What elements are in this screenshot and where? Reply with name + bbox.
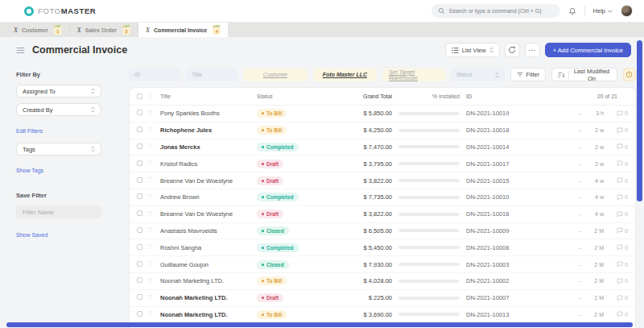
heart-icon[interactable]: ♡: [147, 194, 160, 201]
table-row[interactable]: ♡ Noonah Marketing LTD. To Bill $ 3,690.…: [130, 307, 635, 324]
table-row[interactable]: ♡ Guillaume Goujon Closed $ 7,930.00 DN-…: [130, 256, 635, 273]
heart-icon[interactable]: ♡: [147, 211, 160, 218]
title-filter-input[interactable]: Title: [186, 69, 237, 81]
created-by-select[interactable]: Created By: [16, 103, 101, 116]
history-button[interactable]: [623, 68, 636, 81]
column-status[interactable]: Status: [257, 93, 326, 99]
user-avatar[interactable]: [621, 5, 633, 17]
row-checkbox[interactable]: [137, 277, 142, 283]
show-tags-link[interactable]: Show Tags: [16, 168, 43, 173]
heart-icon[interactable]: ♡: [147, 160, 160, 167]
horizontal-scrollbar[interactable]: [6, 322, 633, 327]
row-id[interactable]: DN-2021-10019: [466, 110, 543, 117]
row-checkbox[interactable]: [137, 210, 142, 216]
help-menu[interactable]: Help: [593, 7, 613, 15]
id-filter-input[interactable]: ID: [129, 69, 180, 81]
vertical-scrollbar[interactable]: [637, 40, 642, 201]
tags-select[interactable]: Tags: [16, 143, 101, 156]
select-all-checkbox[interactable]: [137, 93, 142, 99]
row-title[interactable]: Andrew Brown: [160, 193, 257, 201]
tab-close-icon[interactable]: X: [146, 27, 150, 34]
heart-icon[interactable]: ♡: [147, 177, 160, 184]
row-title[interactable]: Breanne Van De Woestyne: [160, 177, 257, 185]
sort-selector[interactable]: Last Modified On: [551, 68, 617, 81]
row-id[interactable]: DN-2021-10010: [466, 193, 543, 201]
row-title[interactable]: Kristof Radics: [160, 160, 257, 168]
heart-icon[interactable]: ♡: [147, 110, 160, 117]
row-id[interactable]: DN-2021-10002: [466, 277, 543, 284]
more-options-button[interactable]: ⋯: [525, 43, 540, 57]
sidebar-toggle-icon[interactable]: [16, 47, 25, 54]
table-row[interactable]: ♡ Noonah Marketing LTD. Draft $ 225.00 D…: [130, 290, 635, 307]
table-row[interactable]: ♡ Pony Sparkles Booths To Bill $ 5,850.0…: [130, 106, 635, 122]
row-title[interactable]: Noonah Marketing LTD.: [160, 277, 257, 284]
edit-filters-link[interactable]: Edit Filters: [16, 128, 43, 134]
app-logo[interactable]: FOTOMASTER: [24, 6, 96, 16]
table-row[interactable]: ♡ Andrew Brown Completed $ 7,735.00 DN-2…: [130, 189, 635, 206]
row-title[interactable]: Anastasis Mavroeidis: [160, 227, 257, 235]
row-id[interactable]: DN-2021-10015: [466, 177, 543, 185]
row-title[interactable]: Jonas Merckx: [160, 143, 257, 151]
heart-icon[interactable]: ♡: [147, 143, 160, 150]
row-checkbox[interactable]: [137, 160, 142, 166]
filter-button[interactable]: Filter: [510, 68, 547, 81]
row-checkbox[interactable]: [137, 244, 142, 250]
heart-icon[interactable]: ♡: [147, 244, 160, 251]
heart-icon[interactable]: ♡: [147, 295, 160, 301]
global-search-input[interactable]: Search or type a command (Ctrl + G): [431, 4, 560, 18]
column-grand-total[interactable]: Grand Total: [326, 93, 392, 99]
row-id[interactable]: DN-2021-10014: [466, 143, 543, 151]
table-row[interactable]: ♡ Jonas Merckx Completed $ 7,470.00 DN-2…: [130, 139, 635, 156]
filter-name-input[interactable]: Filter Name: [16, 206, 101, 218]
tab-close-icon[interactable]: X: [77, 27, 81, 34]
tab-customer[interactable]: X Customer LIST1: [6, 23, 70, 37]
table-row[interactable]: ♡ Breanne Van De Woestyne Draft $ 3,822.…: [130, 172, 635, 189]
table-row[interactable]: ♡ Noonah Marketing LTD. To Bill $ 4,028.…: [130, 273, 635, 290]
row-title[interactable]: Guillaume Goujon: [160, 261, 257, 268]
heart-icon[interactable]: ♡: [147, 311, 160, 318]
row-checkbox[interactable]: [137, 294, 142, 300]
customer-filter-chip[interactable]: Customer: [243, 69, 307, 81]
table-row[interactable]: ♡ Kristof Radics Draft $ 3,795.00 DN-202…: [130, 156, 635, 172]
heart-icon[interactable]: ♡: [147, 227, 160, 234]
table-row[interactable]: ♡ Anastasis Mavroeidis Closed $ 6,505.00…: [130, 223, 635, 240]
heart-icon[interactable]: ♡: [147, 127, 160, 134]
row-id[interactable]: DN-2021-10008: [466, 244, 543, 251]
column-id[interactable]: ID: [466, 93, 543, 99]
list-view-switcher[interactable]: List View: [445, 43, 500, 57]
row-id[interactable]: DN-2021-10018: [466, 127, 543, 134]
heart-icon[interactable]: ♡: [147, 261, 160, 268]
bell-icon[interactable]: [568, 7, 576, 15]
row-title[interactable]: Breanne Van De Woestyne: [160, 210, 257, 218]
row-id[interactable]: DN-2021-10003: [466, 261, 543, 268]
row-id[interactable]: DN-2021-10016: [466, 210, 543, 218]
status-filter-select[interactable]: Status: [451, 69, 505, 81]
row-id[interactable]: DN-2021-10007: [466, 294, 543, 301]
row-checkbox[interactable]: [137, 261, 142, 267]
table-row[interactable]: ♡ Roshni Sangha Completed $ 5,450.00 DN-…: [130, 239, 635, 256]
add-commercial-invoice-button[interactable]: + Add Commercial Invoice: [545, 43, 631, 57]
show-saved-link[interactable]: Show Saved: [16, 232, 47, 238]
column-title[interactable]: Title: [160, 93, 257, 99]
assigned-to-select[interactable]: Assigned To: [16, 85, 101, 98]
column-installed[interactable]: % Installed: [392, 93, 460, 99]
row-title[interactable]: Noonah Marketing LTD.: [160, 294, 257, 301]
heart-icon[interactable]: ♡: [147, 278, 160, 284]
target-warehouse-filter-chip[interactable]: Set Target Warehouse: [382, 69, 445, 81]
row-title[interactable]: Pony Sparkles Booths: [160, 110, 257, 117]
refresh-button[interactable]: [505, 43, 520, 57]
row-checkbox[interactable]: [137, 227, 142, 233]
row-checkbox[interactable]: [137, 193, 142, 199]
heart-icon[interactable]: ♡: [147, 93, 160, 100]
row-checkbox[interactable]: [137, 311, 142, 317]
row-id[interactable]: DN-2021-10009: [466, 227, 543, 235]
row-checkbox[interactable]: [137, 110, 142, 115]
customer-filter-value-chip[interactable]: Foto Master LLC: [313, 69, 377, 81]
row-title[interactable]: Roshni Sangha: [160, 244, 257, 251]
tab-close-icon[interactable]: X: [14, 27, 18, 34]
row-id[interactable]: DN-2021-10017: [466, 160, 543, 168]
tab-commercial-invoice[interactable]: X Commercial Invoice LIST4: [138, 23, 228, 37]
row-checkbox[interactable]: [137, 177, 142, 183]
table-row[interactable]: ♡ Richophene Jules To Bill $ 4,250.00 DN…: [130, 122, 635, 139]
row-id[interactable]: DN-2021-10013: [466, 311, 543, 318]
